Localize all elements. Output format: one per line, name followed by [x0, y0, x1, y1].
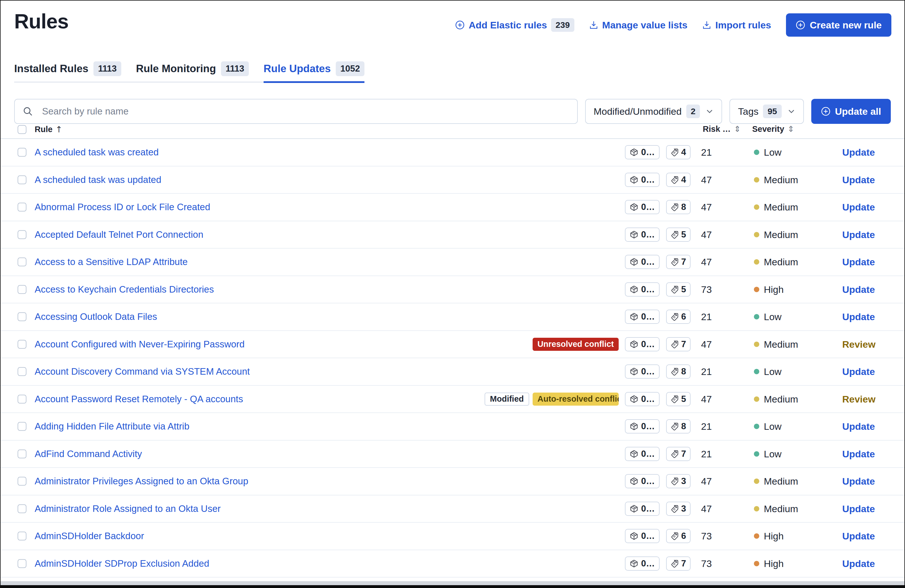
column-header-severity[interactable]: Severity ⇕ — [752, 124, 794, 134]
tags-badge[interactable]: 7 — [666, 556, 691, 571]
integrations-badge[interactable]: 0… — [625, 145, 660, 159]
update-action-link[interactable]: Update — [842, 284, 875, 295]
update-action-link[interactable]: Update — [842, 311, 875, 323]
create-new-rule-button[interactable]: Create new rule — [786, 13, 891, 37]
tags-badge[interactable]: 7 — [666, 337, 691, 351]
row-checkbox[interactable] — [17, 313, 26, 321]
row-checkbox[interactable] — [17, 422, 26, 431]
row-checkbox[interactable] — [17, 477, 26, 486]
horizontal-scrollbar[interactable] — [0, 581, 905, 585]
tags-badge[interactable]: 6 — [666, 529, 691, 543]
update-action-link[interactable]: Update — [842, 256, 875, 268]
update-action-link[interactable]: Update — [842, 531, 875, 542]
update-action-link[interactable]: Update — [842, 366, 875, 377]
rule-name-link[interactable]: Account Password Reset Remotely - QA acc… — [35, 394, 243, 405]
rule-name-link[interactable]: Administrator Privileges Assigned to an … — [35, 476, 248, 486]
integrations-badge[interactable]: 0… — [625, 337, 660, 351]
row-checkbox[interactable] — [17, 559, 26, 568]
update-action-link[interactable]: Update — [842, 476, 875, 487]
integrations-badge[interactable]: 0… — [625, 227, 660, 242]
row-checkbox[interactable] — [17, 450, 26, 458]
update-action-link[interactable]: Update — [842, 448, 875, 459]
integrations-badge[interactable]: 0… — [625, 474, 660, 488]
integrations-badge[interactable]: 0… — [625, 502, 660, 516]
review-action-link[interactable]: Review — [842, 393, 875, 405]
row-checkbox[interactable] — [17, 175, 26, 184]
integrations-badge[interactable]: 0… — [625, 200, 660, 214]
integrations-badge[interactable]: 0… — [625, 556, 660, 571]
rule-name-link[interactable]: Account Discovery Command via SYSTEM Acc… — [35, 366, 250, 377]
review-action-link[interactable]: Review — [842, 338, 875, 350]
column-header-risk-score[interactable]: Risk … ⇕ — [703, 124, 741, 134]
tab-rule-updates[interactable]: Rule Updates 1052 — [264, 61, 364, 83]
rule-name-link[interactable]: Accepted Default Telnet Port Connection — [35, 229, 203, 240]
modified-unmodified-filter[interactable]: Modified/Unmodified 2 — [585, 99, 722, 124]
update-action-link[interactable]: Update — [842, 421, 875, 432]
tags-badge[interactable]: 7 — [666, 447, 691, 461]
integrations-badge[interactable]: 0… — [625, 419, 660, 434]
rule-name-link[interactable]: Access to Keychain Credentials Directori… — [35, 284, 214, 295]
tab-installed-rules[interactable]: Installed Rules 1113 — [14, 61, 121, 83]
row-checkbox[interactable] — [17, 532, 26, 540]
row-checkbox[interactable] — [17, 285, 26, 294]
rule-name-link[interactable]: Administrator Role Assigned to an Okta U… — [35, 503, 221, 514]
integrations-badge[interactable]: 0… — [625, 173, 660, 187]
rule-name-link[interactable]: Account Configured with Never-Expiring P… — [35, 339, 245, 350]
integrations-badge[interactable]: 0… — [625, 255, 660, 269]
rule-name-link[interactable]: AdFind Command Activity — [35, 448, 142, 459]
status-badges: Unresolved conflict — [533, 338, 619, 351]
tags-badge[interactable]: 5 — [666, 392, 691, 406]
tags-badge[interactable]: 5 — [666, 282, 691, 297]
tags-badge[interactable]: 7 — [666, 255, 691, 269]
tags-badge[interactable]: 5 — [666, 227, 691, 242]
rule-name-link[interactable]: Abnormal Process ID or Lock File Created — [35, 202, 210, 213]
update-all-button[interactable]: Update all — [811, 99, 891, 124]
rule-name-link[interactable]: Accessing Outlook Data Files — [35, 311, 157, 322]
rule-name-link[interactable]: AdminSDHolder SDProp Exclusion Added — [35, 558, 209, 569]
tags-badge[interactable]: 3 — [666, 474, 691, 488]
update-action-link[interactable]: Update — [842, 558, 875, 569]
severity-label: High — [764, 284, 784, 295]
tags-badge[interactable]: 3 — [666, 502, 691, 516]
row-checkbox[interactable] — [17, 203, 26, 211]
row-checkbox[interactable] — [17, 340, 26, 348]
search-input[interactable] — [14, 99, 578, 124]
row-checkbox[interactable] — [17, 148, 26, 157]
integrations-badge[interactable]: 0… — [625, 310, 660, 324]
integrations-badge[interactable]: 0… — [625, 392, 660, 406]
rule-name-link[interactable]: AdminSDHolder Backdoor — [35, 531, 144, 542]
column-header-rule[interactable]: Rule ↑ — [35, 124, 62, 134]
import-rules-button[interactable]: Import rules — [702, 20, 771, 31]
tags-badge[interactable]: 4 — [666, 173, 691, 187]
update-action-link[interactable]: Update — [842, 229, 875, 240]
search-box — [14, 99, 578, 124]
integrations-badge[interactable]: 0… — [625, 529, 660, 543]
integrations-badge[interactable]: 0… — [625, 282, 660, 297]
select-all-checkbox[interactable] — [17, 125, 26, 134]
row-checkbox[interactable] — [17, 257, 26, 267]
row-checkbox[interactable] — [17, 504, 26, 513]
integrations-badge[interactable]: 0… — [625, 364, 660, 379]
update-action-link[interactable]: Update — [842, 147, 875, 158]
tags-badge[interactable]: 4 — [666, 145, 691, 159]
tags-badge[interactable]: 6 — [666, 310, 691, 324]
tab-rule-monitoring[interactable]: Rule Monitoring 1113 — [136, 61, 249, 83]
tags-badge[interactable]: 8 — [666, 419, 691, 434]
page-title: Rules — [14, 10, 68, 33]
tags-badge[interactable]: 8 — [666, 364, 691, 379]
update-action-link[interactable]: Update — [842, 503, 875, 514]
update-action-link[interactable]: Update — [842, 174, 875, 185]
row-checkbox[interactable] — [17, 394, 26, 404]
rule-name-link[interactable]: A scheduled task was updated — [35, 175, 161, 185]
rule-name-link[interactable]: Access to a Sensitive LDAP Attribute — [35, 256, 188, 267]
add-elastic-rules-button[interactable]: Add Elastic rules 239 — [455, 18, 574, 32]
tags-filter[interactable]: Tags 95 — [729, 99, 803, 124]
update-action-link[interactable]: Update — [842, 202, 875, 213]
rule-name-link[interactable]: Adding Hidden File Attribute via Attrib — [35, 421, 189, 432]
tags-badge[interactable]: 8 — [666, 200, 691, 214]
manage-value-lists-button[interactable]: Manage value lists — [589, 20, 687, 31]
row-checkbox[interactable] — [17, 230, 26, 239]
integrations-badge[interactable]: 0… — [625, 447, 660, 461]
row-checkbox[interactable] — [17, 367, 26, 376]
rule-name-link[interactable]: A scheduled task was created — [35, 147, 159, 158]
